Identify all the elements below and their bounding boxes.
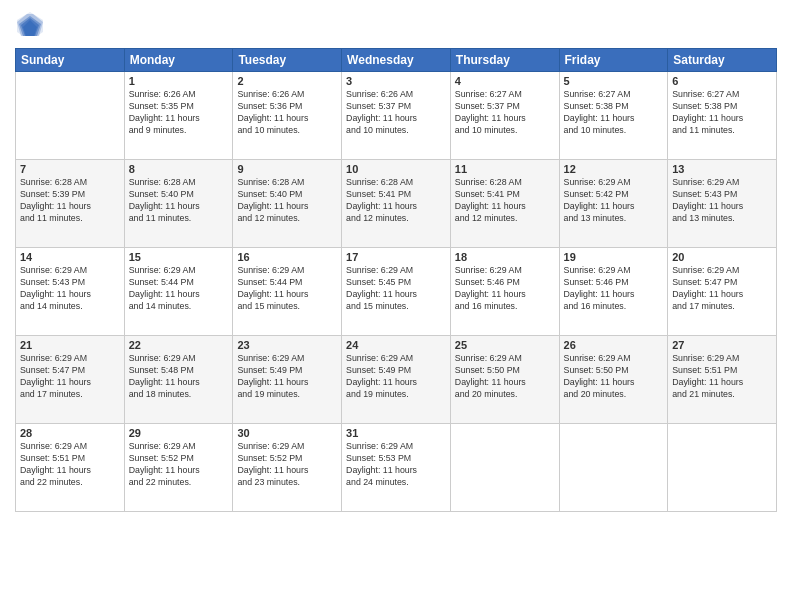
day-info: Sunrise: 6:29 AMSunset: 5:52 PMDaylight:… [237, 441, 337, 489]
day-number: 30 [237, 427, 337, 439]
day-number: 23 [237, 339, 337, 351]
day-of-week-header: Thursday [450, 49, 559, 72]
day-info: Sunrise: 6:29 AMSunset: 5:44 PMDaylight:… [129, 265, 229, 313]
calendar-header-row: SundayMondayTuesdayWednesdayThursdayFrid… [16, 49, 777, 72]
day-number: 19 [564, 251, 664, 263]
calendar-cell: 22Sunrise: 6:29 AMSunset: 5:48 PMDayligh… [124, 336, 233, 424]
day-number: 11 [455, 163, 555, 175]
day-info: Sunrise: 6:29 AMSunset: 5:43 PMDaylight:… [20, 265, 120, 313]
day-number: 29 [129, 427, 229, 439]
calendar-cell: 29Sunrise: 6:29 AMSunset: 5:52 PMDayligh… [124, 424, 233, 512]
day-number: 10 [346, 163, 446, 175]
day-info: Sunrise: 6:28 AMSunset: 5:40 PMDaylight:… [129, 177, 229, 225]
day-info: Sunrise: 6:29 AMSunset: 5:46 PMDaylight:… [564, 265, 664, 313]
calendar-week-row: 14Sunrise: 6:29 AMSunset: 5:43 PMDayligh… [16, 248, 777, 336]
calendar-cell: 15Sunrise: 6:29 AMSunset: 5:44 PMDayligh… [124, 248, 233, 336]
day-info: Sunrise: 6:26 AMSunset: 5:36 PMDaylight:… [237, 89, 337, 137]
day-info: Sunrise: 6:29 AMSunset: 5:42 PMDaylight:… [564, 177, 664, 225]
calendar-cell: 14Sunrise: 6:29 AMSunset: 5:43 PMDayligh… [16, 248, 125, 336]
day-number: 1 [129, 75, 229, 87]
day-number: 25 [455, 339, 555, 351]
day-number: 6 [672, 75, 772, 87]
day-info: Sunrise: 6:28 AMSunset: 5:39 PMDaylight:… [20, 177, 120, 225]
day-number: 31 [346, 427, 446, 439]
day-number: 4 [455, 75, 555, 87]
calendar-cell: 17Sunrise: 6:29 AMSunset: 5:45 PMDayligh… [342, 248, 451, 336]
calendar-cell: 2Sunrise: 6:26 AMSunset: 5:36 PMDaylight… [233, 72, 342, 160]
day-number: 22 [129, 339, 229, 351]
day-number: 14 [20, 251, 120, 263]
day-of-week-header: Wednesday [342, 49, 451, 72]
calendar-cell: 5Sunrise: 6:27 AMSunset: 5:38 PMDaylight… [559, 72, 668, 160]
calendar-cell [559, 424, 668, 512]
day-info: Sunrise: 6:29 AMSunset: 5:47 PMDaylight:… [20, 353, 120, 401]
calendar-cell: 3Sunrise: 6:26 AMSunset: 5:37 PMDaylight… [342, 72, 451, 160]
day-number: 8 [129, 163, 229, 175]
calendar-cell: 13Sunrise: 6:29 AMSunset: 5:43 PMDayligh… [668, 160, 777, 248]
calendar-week-row: 1Sunrise: 6:26 AMSunset: 5:35 PMDaylight… [16, 72, 777, 160]
day-info: Sunrise: 6:28 AMSunset: 5:41 PMDaylight:… [346, 177, 446, 225]
calendar-cell [450, 424, 559, 512]
calendar-cell: 20Sunrise: 6:29 AMSunset: 5:47 PMDayligh… [668, 248, 777, 336]
day-number: 28 [20, 427, 120, 439]
day-number: 12 [564, 163, 664, 175]
header [15, 10, 777, 40]
day-number: 26 [564, 339, 664, 351]
day-info: Sunrise: 6:29 AMSunset: 5:50 PMDaylight:… [564, 353, 664, 401]
calendar-cell: 26Sunrise: 6:29 AMSunset: 5:50 PMDayligh… [559, 336, 668, 424]
day-number: 3 [346, 75, 446, 87]
day-info: Sunrise: 6:29 AMSunset: 5:50 PMDaylight:… [455, 353, 555, 401]
day-info: Sunrise: 6:27 AMSunset: 5:37 PMDaylight:… [455, 89, 555, 137]
day-info: Sunrise: 6:29 AMSunset: 5:51 PMDaylight:… [672, 353, 772, 401]
calendar-week-row: 28Sunrise: 6:29 AMSunset: 5:51 PMDayligh… [16, 424, 777, 512]
calendar-cell: 31Sunrise: 6:29 AMSunset: 5:53 PMDayligh… [342, 424, 451, 512]
calendar-cell: 11Sunrise: 6:28 AMSunset: 5:41 PMDayligh… [450, 160, 559, 248]
logo-icon [15, 10, 45, 40]
calendar-week-row: 7Sunrise: 6:28 AMSunset: 5:39 PMDaylight… [16, 160, 777, 248]
calendar-cell: 9Sunrise: 6:28 AMSunset: 5:40 PMDaylight… [233, 160, 342, 248]
day-info: Sunrise: 6:26 AMSunset: 5:35 PMDaylight:… [129, 89, 229, 137]
day-number: 2 [237, 75, 337, 87]
day-info: Sunrise: 6:29 AMSunset: 5:49 PMDaylight:… [346, 353, 446, 401]
day-info: Sunrise: 6:29 AMSunset: 5:44 PMDaylight:… [237, 265, 337, 313]
day-of-week-header: Saturday [668, 49, 777, 72]
day-info: Sunrise: 6:29 AMSunset: 5:45 PMDaylight:… [346, 265, 446, 313]
day-number: 16 [237, 251, 337, 263]
calendar-cell [668, 424, 777, 512]
calendar-cell: 23Sunrise: 6:29 AMSunset: 5:49 PMDayligh… [233, 336, 342, 424]
day-number: 24 [346, 339, 446, 351]
day-number: 27 [672, 339, 772, 351]
day-number: 7 [20, 163, 120, 175]
day-number: 15 [129, 251, 229, 263]
day-number: 21 [20, 339, 120, 351]
calendar-cell: 1Sunrise: 6:26 AMSunset: 5:35 PMDaylight… [124, 72, 233, 160]
day-of-week-header: Sunday [16, 49, 125, 72]
calendar-week-row: 21Sunrise: 6:29 AMSunset: 5:47 PMDayligh… [16, 336, 777, 424]
day-info: Sunrise: 6:27 AMSunset: 5:38 PMDaylight:… [672, 89, 772, 137]
calendar-cell: 18Sunrise: 6:29 AMSunset: 5:46 PMDayligh… [450, 248, 559, 336]
day-info: Sunrise: 6:29 AMSunset: 5:46 PMDaylight:… [455, 265, 555, 313]
day-info: Sunrise: 6:28 AMSunset: 5:40 PMDaylight:… [237, 177, 337, 225]
calendar-cell: 21Sunrise: 6:29 AMSunset: 5:47 PMDayligh… [16, 336, 125, 424]
day-info: Sunrise: 6:29 AMSunset: 5:53 PMDaylight:… [346, 441, 446, 489]
day-info: Sunrise: 6:29 AMSunset: 5:49 PMDaylight:… [237, 353, 337, 401]
calendar-cell: 24Sunrise: 6:29 AMSunset: 5:49 PMDayligh… [342, 336, 451, 424]
calendar-cell: 27Sunrise: 6:29 AMSunset: 5:51 PMDayligh… [668, 336, 777, 424]
day-number: 20 [672, 251, 772, 263]
day-of-week-header: Tuesday [233, 49, 342, 72]
day-of-week-header: Friday [559, 49, 668, 72]
day-number: 9 [237, 163, 337, 175]
calendar-cell: 6Sunrise: 6:27 AMSunset: 5:38 PMDaylight… [668, 72, 777, 160]
calendar-cell: 25Sunrise: 6:29 AMSunset: 5:50 PMDayligh… [450, 336, 559, 424]
day-info: Sunrise: 6:27 AMSunset: 5:38 PMDaylight:… [564, 89, 664, 137]
calendar-table: SundayMondayTuesdayWednesdayThursdayFrid… [15, 48, 777, 512]
day-info: Sunrise: 6:26 AMSunset: 5:37 PMDaylight:… [346, 89, 446, 137]
page: SundayMondayTuesdayWednesdayThursdayFrid… [0, 0, 792, 612]
day-info: Sunrise: 6:29 AMSunset: 5:52 PMDaylight:… [129, 441, 229, 489]
day-info: Sunrise: 6:29 AMSunset: 5:51 PMDaylight:… [20, 441, 120, 489]
day-info: Sunrise: 6:28 AMSunset: 5:41 PMDaylight:… [455, 177, 555, 225]
day-info: Sunrise: 6:29 AMSunset: 5:47 PMDaylight:… [672, 265, 772, 313]
calendar-cell [16, 72, 125, 160]
logo [15, 10, 49, 40]
calendar-cell: 19Sunrise: 6:29 AMSunset: 5:46 PMDayligh… [559, 248, 668, 336]
